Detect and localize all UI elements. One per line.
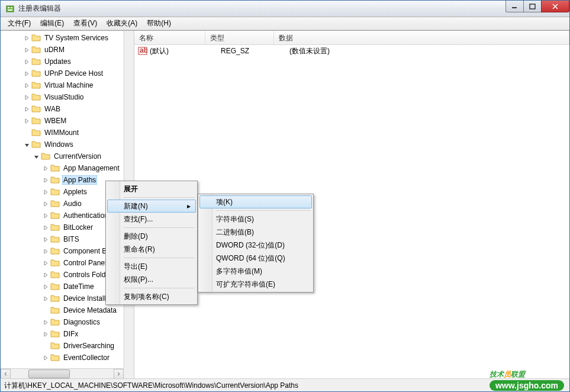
tree-node[interactable]: TV System Services [1,32,134,44]
expand-icon[interactable] [42,224,49,231]
expand-icon[interactable] [23,46,30,53]
tree-node[interactable]: WAB [1,103,134,115]
expand-icon[interactable] [42,188,49,195]
tree-node[interactable]: WBEM [1,115,134,127]
minimize-button[interactable] [505,1,523,12]
menu-item[interactable]: 二进制值(B) [199,226,312,239]
menu-help[interactable]: 帮助(H) [142,17,176,30]
menu-item[interactable]: 查找(F)... [107,213,196,226]
menu-item[interactable]: 导出(E) [107,260,196,273]
expand-icon[interactable] [42,354,49,361]
scroll-right-button[interactable] [114,369,124,379]
expand-icon[interactable] [42,176,49,184]
svg-rect-0 [7,6,14,12]
tree-node[interactable]: VisualStudio [1,91,134,103]
expand-icon[interactable] [42,330,49,338]
menu-item[interactable]: 可扩充字符串值(E) [199,278,312,291]
menu-item[interactable]: 删除(D) [107,230,196,243]
folder-icon [31,57,41,66]
menubar: 文件(F) 编辑(E) 查看(V) 收藏夹(A) 帮助(H) [1,17,569,30]
tree-node[interactable]: App Management [1,162,134,174]
tree-node[interactable]: DIFx [1,328,134,340]
scroll-thumb-horizontal[interactable] [28,369,70,378]
folder-icon [50,270,60,279]
expand-icon[interactable] [23,70,30,77]
folder-icon [50,234,60,244]
expand-icon[interactable] [42,295,49,302]
expand-icon[interactable] [42,259,49,266]
tree-node[interactable]: EventCollector [1,352,134,364]
menu-separator [124,288,195,288]
expand-icon[interactable] [42,319,49,326]
menu-item[interactable]: 项(K) [199,195,312,208]
string-value-icon: ab [138,46,147,56]
menu-favorites[interactable]: 收藏夹(A) [102,17,142,30]
expand-icon[interactable] [42,271,49,278]
tree-node[interactable]: Device Metadata [1,304,134,316]
tree-node-label: uDRM [43,45,66,54]
menu-view[interactable]: 查看(V) [69,17,102,30]
folder-icon [31,69,41,78]
menu-item[interactable]: 复制项名称(C) [107,290,196,303]
expand-icon[interactable] [42,236,49,243]
tree-node-label: DateTime [62,282,95,291]
value-data: (数值未设置) [287,46,569,56]
folder-icon [31,104,41,114]
tree-node[interactable]: Windows [1,139,134,150]
tree-node-label: Virtual Machine [43,81,95,90]
tree-node[interactable]: Virtual Machine [1,79,134,91]
tree-node-label: Windows [43,140,75,149]
scroll-left-button[interactable] [1,369,11,379]
expand-icon[interactable] [23,117,30,124]
tree-node[interactable]: uDRM [1,44,134,56]
collapse-icon[interactable] [33,153,40,160]
header-name[interactable]: 名称 [134,31,205,44]
menu-item[interactable]: 新建(N)▸ [107,200,196,213]
tree-node-label: Diagnostics [62,317,101,327]
menu-item[interactable]: 展开 [107,182,196,195]
window-controls [505,1,569,17]
expand-icon[interactable] [23,34,30,41]
tree-node-label: WAB [43,104,62,114]
tree-node[interactable]: DriverSearching [1,340,134,352]
close-button[interactable] [541,1,569,12]
expand-icon[interactable] [23,105,30,113]
menu-edit[interactable]: 编辑(E) [36,17,69,30]
menu-item[interactable]: QWORD (64 位)值(Q) [199,252,312,265]
titlebar[interactable]: 注册表编辑器 [1,1,569,17]
folder-icon [50,175,60,185]
tree-node-label: Device Metadata [62,306,118,315]
menu-item[interactable]: DWORD (32-位)值(D) [199,239,312,252]
menu-item[interactable]: 重命名(R) [107,243,196,256]
folder-icon [50,353,60,362]
expand-icon[interactable] [42,283,49,290]
expand-icon[interactable] [42,165,49,172]
expand-icon[interactable] [23,94,30,101]
header-type[interactable]: 类型 [205,31,274,44]
expand-icon[interactable] [23,82,30,89]
menu-item[interactable]: 权限(P)... [107,273,196,286]
tree-node-label: TV System Services [43,33,110,43]
tree-node[interactable]: CurrentVersion [1,150,134,162]
collapse-icon[interactable] [23,141,30,148]
menu-item[interactable]: 多字符串值(M) [199,265,312,278]
expand-icon[interactable] [42,212,49,219]
expand-icon [42,342,49,349]
expand-icon[interactable] [42,200,49,207]
value-row[interactable]: ab(默认)REG_SZ(数值未设置) [134,45,569,57]
statusbar: 计算机\HKEY_LOCAL_MACHINE\SOFTWARE\Microsof… [1,378,569,391]
menu-item[interactable]: 字符串值(S) [199,213,312,226]
tree-node[interactable]: Updates [1,56,134,68]
maximize-button[interactable] [523,1,541,12]
menu-separator [124,258,195,258]
menu-file[interactable]: 文件(F) [3,17,36,30]
tree-node-label: DIFx [62,329,79,339]
expand-icon[interactable] [42,248,49,255]
tree-node[interactable]: WIMMount [1,127,134,139]
tree-scrollbar-horizontal[interactable] [1,368,124,378]
folder-icon [31,45,41,54]
expand-icon[interactable] [23,58,30,65]
header-data[interactable]: 数据 [274,31,569,44]
tree-node[interactable]: UPnP Device Host [1,68,134,79]
tree-node[interactable]: Diagnostics [1,316,134,328]
